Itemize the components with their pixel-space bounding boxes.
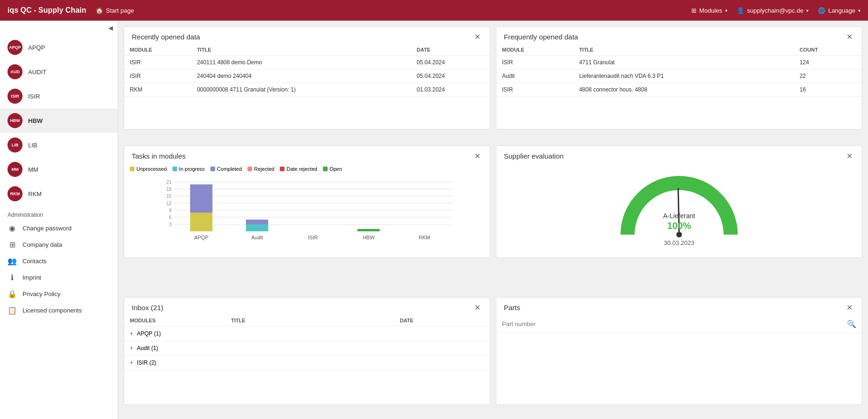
inbox-item[interactable]: + APQP (1) [124,327,490,341]
recently-col-date: DATE [411,45,490,56]
svg-rect-18 [246,220,269,224]
table-row[interactable]: ISIR 240111 4808 demo Demo 05.04.2024 [124,56,490,69]
admin-privacy-policy[interactable]: 🔒 Privacy Policy [0,286,118,302]
inbox-panel-close[interactable]: ✕ [472,303,482,312]
table-row[interactable]: ISIR 4808 connector hous. 4808 16 [496,83,862,97]
inbox-col-date: DATE [400,318,484,323]
table-row[interactable]: RKM 0000000008 4711 Granulat (Version: 1… [124,83,490,97]
cell-count: 22 [794,69,862,83]
tasks-panel: Tasks in modules ✕ Unprocessed In progre… [124,145,490,258]
legend-item-open: Open [323,166,342,172]
globe-icon: 🌐 [818,7,825,14]
user-chevron-icon: ▾ [806,8,808,13]
recently-panel-scroll[interactable]: MODULE TITLE DATE ISIR 240111 4808 demo … [124,45,490,129]
table-row[interactable]: ISIR 240404 demo 240404 05.04.2024 [124,69,490,83]
cell-title: 240404 demo 240404 [191,69,411,83]
frequently-table: MODULE TITLE COUNT ISIR 4711 Granulat 12… [496,45,862,97]
frequently-panel-header: Frequently opened data ✕ [496,27,862,45]
admin-contacts[interactable]: 👥 Contacts [0,253,118,269]
gauge-date: 30.03.2023 [664,239,694,246]
frequently-col-count: COUNT [794,45,862,56]
sidebar-item-audit[interactable]: AUD AUDIT [0,60,118,84]
home-icon: 🏠 [96,7,103,14]
admin-imprint[interactable]: ℹ Imprint [0,269,118,286]
admin-licensed-components[interactable]: 📋 Licensed components [0,302,118,319]
svg-rect-15 [190,184,213,213]
supplier-panel-title: Supplier evaluation [504,152,564,160]
admin-label-licensed-components: Licensed components [22,307,82,314]
svg-text:21: 21 [166,180,172,185]
rkm-icon: RKM [7,186,22,201]
tasks-chart-svg: 21181512963APQPAuditISIRHBWRKM [130,177,484,243]
parts-search-container: 🔍 [496,316,862,333]
fingerprint-icon: ◉ [7,224,17,233]
parts-panel-close[interactable]: ✕ [845,303,854,312]
sidebar-item-mm[interactable]: MM MM [0,157,118,182]
contacts-icon: 👥 [7,257,17,266]
svg-rect-17 [246,224,269,231]
expand-icon[interactable]: + [130,345,133,351]
svg-text:100%: 100% [667,221,691,231]
supplier-panel-close[interactable]: ✕ [845,152,854,160]
sidebar-label-rkm: RKM [28,190,42,198]
admin-label-imprint: Imprint [22,274,41,281]
svg-text:ISIR: ISIR [308,235,318,240]
svg-text:APQP: APQP [194,235,209,240]
inbox-item[interactable]: + ISIR (2) [124,356,490,370]
inbox-item[interactable]: + Audit (1) [124,341,490,356]
expand-icon[interactable]: + [130,330,133,337]
language-menu[interactable]: 🌐 Language ▾ [818,7,861,14]
sidebar-item-apqp[interactable]: APQP APQP [0,35,118,60]
tasks-panel-close[interactable]: ✕ [472,152,482,160]
frequently-panel-close[interactable]: ✕ [845,32,854,41]
table-row[interactable]: ISIR 4711 Granulat 124 [496,56,862,69]
svg-text:18: 18 [166,187,172,192]
cell-module: Audit [496,69,574,83]
svg-text:15: 15 [166,194,172,199]
expand-icon[interactable]: + [130,359,133,366]
search-icon[interactable]: 🔍 [847,320,856,328]
parts-search-input[interactable] [502,320,843,328]
sidebar-item-rkm[interactable]: RKM RKM [0,182,118,206]
svg-text:9: 9 [169,208,172,213]
inbox-panel-scroll[interactable]: + APQP (1)+ Audit (1)+ ISIR (2) [124,327,490,404]
sidebar-item-hbw[interactable]: HBW HBW [0,108,118,133]
svg-text:Audit: Audit [251,235,263,240]
isir-icon: ISIR [7,89,22,104]
navbar: iqs QC - Supply Chain 🏠 Start page ⊞ Mod… [0,0,868,21]
cell-count: 124 [794,56,862,69]
privacy-icon: 🔒 [7,289,17,298]
cell-date: 01.03.2024 [411,83,490,97]
sidebar-item-lib[interactable]: LIB LIB [0,133,118,157]
cell-count: 16 [794,83,862,97]
app-title: iqs QC - Supply Chain [7,6,86,15]
admin-label-contacts: Contacts [22,258,46,265]
info-icon: ℹ [7,273,17,282]
table-row[interactable]: Audit Lieferantenaudit nach VDA 6.3 P1 2… [496,69,862,83]
sidebar-collapse-button[interactable]: ◀ [0,21,118,35]
svg-rect-14 [190,213,213,231]
sidebar-label-isir: ISIR [28,93,40,100]
cell-title: 4711 Granulat [574,56,794,69]
legend-item-unprocessed: Unprocessed [130,166,167,172]
legend-label-open: Open [329,166,342,172]
language-chevron-icon: ▾ [858,8,861,13]
parts-panel-header: Parts ✕ [496,297,862,316]
svg-text:6: 6 [169,215,172,220]
admin-company-data[interactable]: ⊞ Company data [0,236,118,253]
admin-label-change-password: Change password [22,225,72,232]
legend-label-completed: Completed [217,166,242,172]
startpage-link[interactable]: 🏠 Start page [96,7,134,14]
recently-panel-close[interactable]: ✕ [472,32,482,41]
gauge-svg: A-Lieferant 100% [618,169,740,244]
user-menu[interactable]: 👤 supplychain@vpc.de ▾ [737,7,808,14]
modules-chevron-icon: ▾ [725,8,727,13]
cell-module: ISIR [496,56,574,69]
language-label: Language [828,7,855,14]
admin-change-password[interactable]: ◉ Change password [0,220,118,236]
inbox-panel: Inbox (21) ✕ MODULES TITLE DATE + APQP (… [124,297,490,405]
sidebar-item-isir[interactable]: ISIR ISIR [0,84,118,108]
frequently-panel-scroll[interactable]: MODULE TITLE COUNT ISIR 4711 Granulat 12… [496,45,862,129]
modules-button[interactable]: ⊞ Modules ▾ [691,7,727,14]
chart-container: 21181512963APQPAuditISIRHBWRKM [124,175,490,258]
